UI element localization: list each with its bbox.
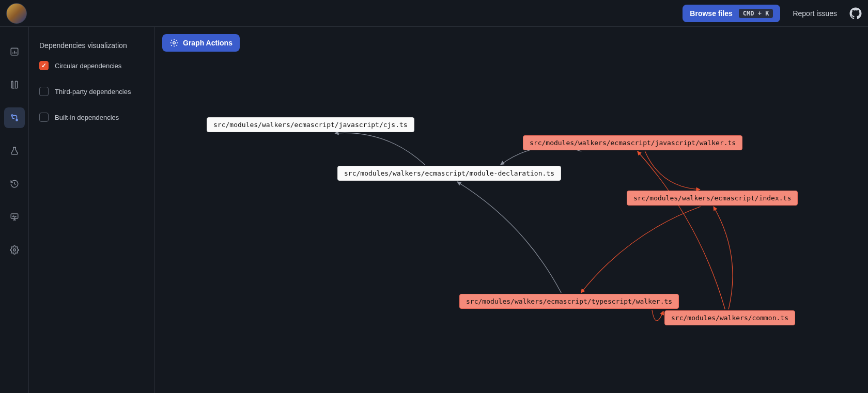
- graph-canvas[interactable]: Graph Actions src/modules/walkers/ecmasc…: [155, 27, 868, 393]
- graph-actions-button[interactable]: Graph Actions: [162, 34, 240, 52]
- graph-node[interactable]: src/modules/walkers/common.ts: [664, 310, 795, 325]
- monitor-icon[interactable]: [4, 207, 25, 227]
- icon-rail: [0, 27, 29, 393]
- report-issues-link[interactable]: Report issues: [793, 9, 837, 18]
- checkbox-icon: [39, 113, 49, 122]
- filter-builtin[interactable]: Built-in dependencies: [39, 113, 144, 122]
- graph-edges: [155, 27, 868, 393]
- graph-edge: [652, 310, 663, 321]
- graph-node[interactable]: src/modules/walkers/ecmascript/javascrip…: [207, 117, 414, 132]
- browse-files-button[interactable]: Browse files CMD + K: [683, 5, 780, 22]
- history-icon[interactable]: [4, 174, 25, 194]
- graph-edge: [457, 182, 561, 293]
- graph-edge: [335, 133, 425, 165]
- graph-icon[interactable]: [4, 107, 25, 128]
- gear-icon: [169, 38, 179, 48]
- filter-circular[interactable]: Circular dependencies: [39, 61, 144, 70]
- checkbox-icon: [39, 61, 49, 70]
- graph-edge: [645, 151, 700, 190]
- filter-thirdparty[interactable]: Third-party dependencies: [39, 87, 144, 96]
- files-icon[interactable]: [4, 74, 25, 95]
- graph-node[interactable]: src/modules/walkers/ecmascript/module-de…: [337, 166, 561, 181]
- svg-point-2: [16, 119, 18, 121]
- experiments-icon[interactable]: [4, 140, 25, 161]
- graph-node[interactable]: src/modules/walkers/ecmascript/typescrip…: [459, 294, 679, 309]
- analytics-icon[interactable]: [4, 41, 25, 62]
- filter-label: Third-party dependencies: [55, 88, 131, 96]
- panel-title: Dependencies visualization: [39, 41, 144, 50]
- browse-files-label: Browse files: [690, 9, 732, 18]
- filter-label: Built-in dependencies: [55, 114, 119, 121]
- github-icon[interactable]: [849, 7, 862, 20]
- topbar: Browse files CMD + K Report issues: [0, 0, 868, 27]
- svg-point-1: [11, 115, 13, 116]
- kbd-hint: CMD + K: [739, 9, 773, 18]
- graph-edge: [581, 207, 700, 293]
- settings-icon[interactable]: [4, 240, 25, 260]
- svg-point-5: [173, 42, 176, 44]
- filter-label: Circular dependencies: [55, 62, 121, 70]
- svg-point-4: [13, 249, 16, 251]
- checkbox-icon: [39, 87, 49, 96]
- graph-edge: [638, 151, 725, 309]
- side-panel: Dependencies visualization Circular depe…: [29, 27, 155, 393]
- graph-node[interactable]: src/modules/walkers/ecmascript/index.ts: [627, 191, 798, 206]
- graph-edge: [714, 207, 733, 309]
- graph-node[interactable]: src/modules/walkers/ecmascript/javascrip…: [523, 135, 742, 150]
- graph-actions-label: Graph Actions: [183, 39, 233, 47]
- avatar[interactable]: [6, 3, 27, 24]
